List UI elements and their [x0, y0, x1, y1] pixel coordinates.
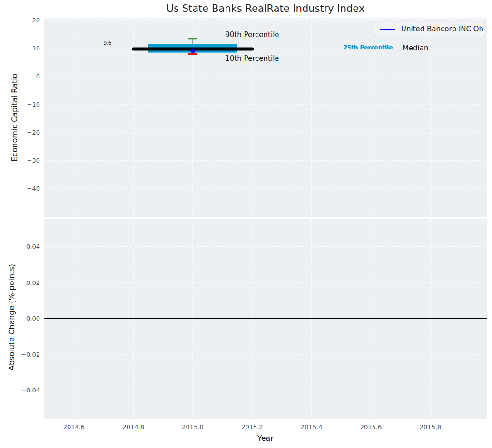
ytick-label: 0.00: [11, 315, 40, 322]
xtick-label: 2014.8: [122, 423, 144, 430]
ytick-label: −20: [11, 128, 40, 136]
ytick-label: −10: [11, 100, 40, 107]
annotation: 90th Percentile: [225, 30, 279, 39]
annotation: 10th Percentile: [225, 54, 279, 63]
top-plot-area: 90th Percentile10th Percentile9.675th Pe…: [44, 18, 487, 217]
y-axis-label-top: Economic Capital Ratio: [10, 74, 19, 162]
ytick-label: 0: [11, 72, 40, 79]
company-data-point: [190, 49, 195, 53]
ytick-label: −0.04: [11, 387, 40, 394]
annotation: 9.6: [103, 40, 112, 46]
xtick-label: 2014.6: [63, 423, 85, 430]
chart-figure: Us State Banks RealRate Industry Index 9…: [0, 0, 492, 448]
xtick-label: 2015.8: [420, 423, 442, 430]
ytick-label: 10: [11, 44, 40, 51]
legend: United Bancorp INC Oh: [374, 22, 485, 36]
ytick-label: −40: [11, 185, 40, 192]
legend-line-swatch: [380, 29, 395, 30]
bottom-plot-area: [44, 219, 487, 419]
xtick-label: 2015.2: [241, 423, 263, 430]
chart-title: Us State Banks RealRate Industry Index: [44, 3, 487, 14]
xtick-label: 2015.4: [301, 423, 323, 430]
legend-label: United Bancorp INC Oh: [401, 25, 483, 33]
xtick-label: 2015.0: [182, 423, 204, 430]
xtick-label: 2015.6: [360, 423, 382, 430]
bottom-plot-canvas: [44, 219, 487, 419]
ytick-label: 20: [11, 16, 40, 23]
ytick-label: −0.02: [11, 351, 40, 358]
ytick-label: 0.02: [11, 279, 40, 286]
annotation: 25th Percentile: [343, 44, 393, 51]
ytick-label: 0.04: [11, 243, 40, 250]
ytick-label: −30: [11, 157, 40, 164]
x-axis-label: Year: [44, 434, 487, 443]
annotation: Median: [403, 44, 429, 52]
